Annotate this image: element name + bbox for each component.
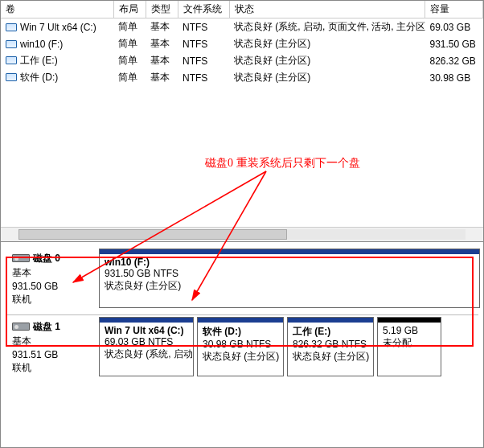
partition-title: 工作 (E:)	[293, 325, 368, 339]
volume-capacity: 931.50 GB	[425, 35, 483, 52]
drive-icon	[6, 56, 17, 64]
partition-status: 状态良好 (主分区)	[293, 350, 368, 364]
volume-capacity: 826.32 GB	[425, 52, 483, 69]
partition-container: win10 (F:)931.50 GB NTFS状态良好 (主分区)	[99, 249, 480, 308]
volume-layout: 简单	[113, 69, 146, 86]
volume-list-pane: 卷 布局 类型 文件系统 状态 容量 Win 7 Ult x64 (C:)简单基…	[1, 1, 483, 242]
disk-size: 931.50 GB	[12, 281, 96, 292]
volume-layout: 简单	[113, 18, 146, 36]
partition-color-bar	[288, 318, 373, 323]
volume-status: 状态良好 (系统, 启动, 页面文件, 活动, 主分区)	[229, 18, 425, 36]
disk-name: 磁盘 1	[33, 321, 60, 332]
volume-status: 状态良好 (主分区)	[229, 69, 425, 86]
scrollbar-thumb[interactable]	[18, 229, 287, 240]
volume-fs: NTFS	[178, 52, 229, 69]
col-capacity[interactable]: 容量	[425, 1, 483, 18]
disk-icon	[12, 323, 30, 331]
partition-title: win10 (F:)	[105, 257, 474, 268]
volume-table[interactable]: 卷 布局 类型 文件系统 状态 容量 Win 7 Ult x64 (C:)简单基…	[1, 1, 483, 86]
annotation-text: 磁盘0 重装系统后只剩下一个盘	[205, 156, 360, 171]
disk-header[interactable]: 磁盘 0基本931.50 GB联机	[4, 249, 99, 308]
partition-color-bar	[100, 249, 479, 254]
volume-fs: NTFS	[178, 18, 229, 36]
partition-color-bar	[198, 318, 283, 323]
partition-status: 状态良好 (系统, 启动	[105, 347, 188, 361]
volume-name: win10 (F:)	[20, 39, 63, 50]
volume-type: 基本	[146, 69, 178, 86]
volume-layout: 简单	[113, 35, 146, 52]
disk-state: 联机	[12, 293, 96, 306]
disk-dyn: 基本	[12, 335, 96, 348]
volume-status: 状态良好 (主分区)	[229, 35, 425, 52]
volume-layout: 简单	[113, 52, 146, 69]
volume-name: Win 7 Ult x64 (C:)	[20, 22, 96, 33]
disk-icon	[12, 254, 30, 262]
disk-dyn: 基本	[12, 266, 96, 280]
partition-status: 状态良好 (主分区)	[105, 279, 474, 293]
disk-graphic-pane: 磁盘 0基本931.50 GB联机win10 (F:)931.50 GB NTF…	[1, 242, 483, 383]
volume-status: 状态良好 (主分区)	[229, 52, 425, 69]
disk-size: 931.51 GB	[12, 349, 96, 360]
drive-icon	[6, 40, 17, 48]
volume-name: 工作 (E:)	[20, 55, 58, 66]
col-layout[interactable]: 布局	[113, 1, 146, 18]
drive-icon	[6, 23, 17, 31]
partition-container: Win 7 Ult x64 (C:)69.03 GB NTFS状态良好 (系统,…	[99, 317, 480, 376]
partition-size: 826.32 GB NTFS	[293, 339, 368, 350]
volume-type: 基本	[146, 35, 178, 52]
disk-header[interactable]: 磁盘 1基本931.51 GB联机	[4, 317, 99, 376]
partition[interactable]: 工作 (E:)826.32 GB NTFS状态良好 (主分区)	[287, 317, 374, 376]
disk-row[interactable]: 磁盘 1基本931.51 GB联机Win 7 Ult x64 (C:)69.03…	[1, 315, 483, 383]
table-row[interactable]: 软件 (D:)简单基本NTFS状态良好 (主分区)30.98 GB	[1, 69, 483, 86]
partition[interactable]: win10 (F:)931.50 GB NTFS状态良好 (主分区)	[99, 249, 480, 308]
partition-color-bar	[100, 318, 193, 323]
volume-header-row[interactable]: 卷 布局 类型 文件系统 状态 容量	[1, 1, 483, 18]
volume-type: 基本	[146, 52, 178, 69]
partition-title: Win 7 Ult x64 (C:)	[105, 325, 188, 336]
partition-size: 931.50 GB NTFS	[105, 268, 474, 279]
table-row[interactable]: Win 7 Ult x64 (C:)简单基本NTFS状态良好 (系统, 启动, …	[1, 18, 483, 36]
table-row[interactable]: win10 (F:)简单基本NTFS状态良好 (主分区)931.50 GB	[1, 35, 483, 52]
partition-title: 软件 (D:)	[203, 325, 278, 339]
partition-status: 未分配	[383, 336, 436, 350]
col-status[interactable]: 状态	[229, 1, 425, 18]
disk-name: 磁盘 0	[33, 253, 60, 264]
horizontal-scrollbar[interactable]	[1, 227, 483, 241]
disk-management-window: 卷 布局 类型 文件系统 状态 容量 Win 7 Ult x64 (C:)简单基…	[0, 0, 484, 448]
volume-capacity: 69.03 GB	[425, 18, 483, 36]
col-volume[interactable]: 卷	[1, 1, 113, 18]
col-fs[interactable]: 文件系统	[178, 1, 229, 18]
partition-status: 状态良好 (主分区)	[203, 350, 278, 364]
table-row[interactable]: 工作 (E:)简单基本NTFS状态良好 (主分区)826.32 GB	[1, 52, 483, 69]
volume-capacity: 30.98 GB	[425, 69, 483, 86]
partition-size: 5.19 GB	[383, 325, 436, 336]
volume-name: 软件 (D:)	[20, 72, 58, 83]
partition-size: 30.98 GB NTFS	[203, 339, 278, 350]
drive-icon	[6, 73, 17, 81]
col-type[interactable]: 类型	[146, 1, 178, 18]
volume-fs: NTFS	[178, 69, 229, 86]
partition[interactable]: 软件 (D:)30.98 GB NTFS状态良好 (主分区)	[197, 317, 284, 376]
partition-unallocated[interactable]: 5.19 GB未分配	[377, 317, 441, 376]
volume-type: 基本	[146, 18, 178, 36]
disk-state: 联机	[12, 361, 96, 375]
partition-size: 69.03 GB NTFS	[105, 336, 188, 347]
partition[interactable]: Win 7 Ult x64 (C:)69.03 GB NTFS状态良好 (系统,…	[99, 317, 194, 376]
volume-fs: NTFS	[178, 35, 229, 52]
partition-color-bar	[378, 318, 441, 323]
disk-row[interactable]: 磁盘 0基本931.50 GB联机win10 (F:)931.50 GB NTF…	[1, 247, 483, 314]
